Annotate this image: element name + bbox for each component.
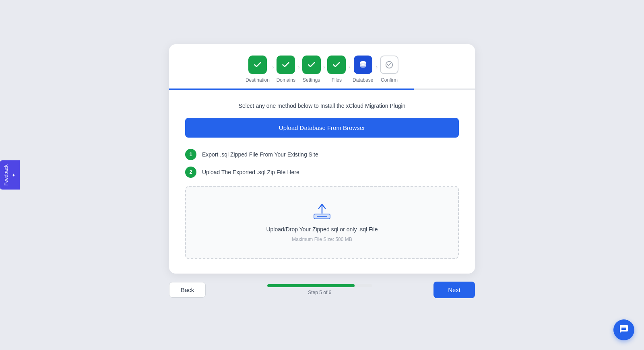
connector-2: › bbox=[295, 64, 302, 70]
step-text-2: Upload The Exported .sql Zip File Here bbox=[202, 169, 299, 175]
chat-icon bbox=[619, 324, 629, 336]
step-label-confirm: Confirm bbox=[381, 77, 398, 83]
step-row-1: 1 Export .sql Zipped File From Your Exis… bbox=[185, 149, 459, 160]
stepper-progress-container bbox=[169, 89, 475, 90]
step-icon-confirm bbox=[380, 56, 398, 74]
step-database: Database bbox=[353, 56, 373, 83]
progress-bar-container bbox=[267, 284, 372, 287]
connector-3: › bbox=[321, 64, 328, 70]
next-button[interactable]: Next bbox=[433, 282, 475, 298]
stepper: Destination › Domains › bbox=[169, 44, 475, 83]
step-icon-settings bbox=[302, 56, 321, 74]
feedback-tab[interactable]: ✦ Feedback bbox=[0, 161, 20, 190]
step-destination: Destination bbox=[246, 56, 270, 83]
stepper-progress-fill bbox=[169, 89, 414, 90]
step-domains: Domains bbox=[277, 56, 295, 83]
progress-section: Step 5 of 6 bbox=[267, 284, 372, 295]
main-card: Destination › Domains › bbox=[169, 44, 475, 274]
step-number-1: 1 bbox=[185, 149, 196, 160]
feedback-label: Feedback bbox=[3, 165, 9, 186]
step-confirm: Confirm bbox=[380, 56, 398, 83]
dropzone-sub-text: Maximum File Size: 500 MB bbox=[292, 237, 352, 242]
star-icon: ✦ bbox=[11, 172, 17, 178]
step-icon-destination bbox=[248, 56, 267, 74]
steps-list: 1 Export .sql Zipped File From Your Exis… bbox=[185, 149, 459, 178]
step-label-destination: Destination bbox=[246, 77, 270, 83]
upload-icon bbox=[312, 203, 332, 222]
back-button[interactable]: Back bbox=[169, 282, 206, 298]
instruction-text: Select any one method below to Install t… bbox=[185, 103, 459, 109]
step-settings: Settings bbox=[302, 56, 321, 83]
bottom-navigation: Back Step 5 of 6 Next bbox=[169, 274, 475, 306]
connector-4: › bbox=[346, 64, 353, 70]
connector-1: › bbox=[270, 64, 277, 70]
step-icon-domains bbox=[277, 56, 295, 74]
step-label-database: Database bbox=[353, 77, 373, 83]
progress-bar-fill bbox=[267, 284, 355, 287]
step-number-2: 2 bbox=[185, 167, 196, 178]
content-area: Select any one method below to Install t… bbox=[169, 90, 475, 274]
step-text-1: Export .sql Zipped File From Your Existi… bbox=[202, 151, 318, 158]
drop-zone[interactable]: Upload/Drop Your Zipped sql or only .sql… bbox=[185, 186, 459, 259]
step-label-settings: Settings bbox=[303, 77, 320, 83]
upload-browser-button[interactable]: Upload Database From Browser bbox=[185, 118, 459, 138]
step-files: Files bbox=[327, 56, 346, 83]
step-row-2: 2 Upload The Exported .sql Zip File Here bbox=[185, 167, 459, 178]
step-label-domains: Domains bbox=[277, 77, 295, 83]
step-label-files: Files bbox=[332, 77, 342, 83]
step-icon-database bbox=[354, 56, 372, 74]
chat-button[interactable] bbox=[613, 319, 634, 340]
connector-5: › bbox=[373, 64, 380, 70]
progress-step-text: Step 5 of 6 bbox=[308, 290, 331, 295]
dropzone-main-text: Upload/Drop Your Zipped sql or only .sql… bbox=[266, 226, 378, 233]
step-icon-files bbox=[327, 56, 346, 74]
